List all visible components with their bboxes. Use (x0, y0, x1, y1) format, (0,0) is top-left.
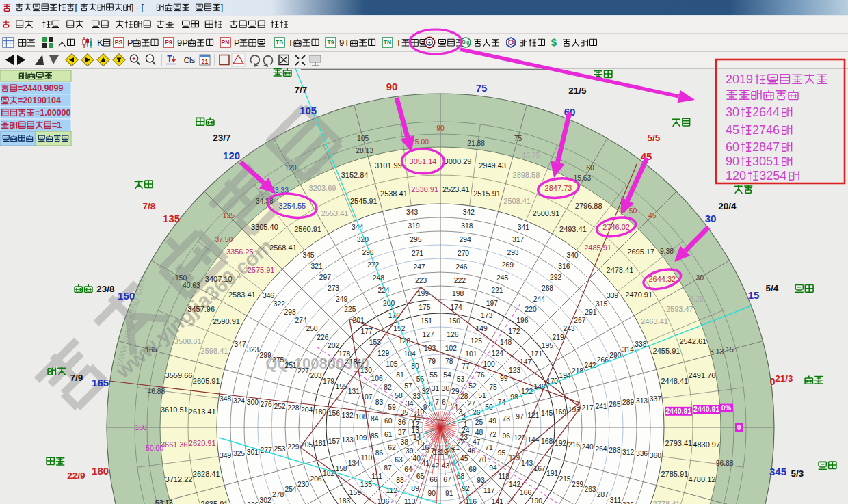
svg-text:3712.22: 3712.22 (165, 475, 193, 483)
svg-text:2560.91: 2560.91 (294, 225, 321, 233)
svg-text:202: 202 (328, 342, 339, 349)
svg-text:271: 271 (412, 250, 423, 257)
svg-text:165: 165 (145, 346, 157, 354)
svg-text:344: 344 (352, 224, 363, 231)
svg-text:2898.58: 2898.58 (513, 171, 540, 179)
svg-text:105: 105 (300, 105, 317, 116)
svg-text:=1.00000: =1.00000 (35, 108, 71, 118)
svg-text:220: 220 (525, 306, 537, 313)
svg-text:343: 343 (406, 209, 418, 216)
svg-text:71: 71 (485, 444, 493, 451)
svg-text:76: 76 (477, 371, 485, 379)
svg-text:2796.88: 2796.88 (575, 202, 602, 210)
svg-text:2628.41: 2628.41 (193, 470, 220, 478)
svg-text:240: 240 (582, 443, 594, 451)
svg-text:15: 15 (748, 289, 760, 301)
svg-text:3559.66: 3559.66 (165, 371, 193, 380)
svg-text:195: 195 (542, 342, 553, 349)
svg-text:7/7: 7/7 (294, 85, 307, 95)
svg-text:3508.81: 3508.81 (174, 337, 202, 345)
svg-text:245: 245 (496, 274, 508, 282)
svg-text:197: 197 (486, 300, 498, 307)
svg-text:312: 312 (622, 449, 634, 456)
svg-text:=1: =1 (52, 120, 62, 130)
svg-text:323: 323 (247, 346, 259, 354)
svg-text:P9: P9 (165, 39, 172, 46)
svg-text:349: 349 (220, 452, 231, 460)
svg-text:50.00: 50.00 (146, 445, 163, 452)
svg-text:Cls: Cls (184, 56, 196, 64)
svg-text:298: 298 (284, 308, 296, 316)
svg-text:292: 292 (550, 274, 561, 281)
svg-text:321: 321 (311, 263, 323, 270)
svg-text:205: 205 (301, 441, 313, 449)
svg-text:291: 291 (585, 308, 596, 316)
svg-text:62: 62 (388, 444, 396, 451)
svg-text:120: 120 (284, 164, 296, 172)
svg-text:2455.91: 2455.91 (653, 347, 680, 355)
svg-text:177: 177 (361, 328, 373, 335)
svg-text:244: 244 (533, 295, 545, 303)
svg-text:=20190104: =20190104 (18, 96, 61, 105)
svg-text:225: 225 (344, 306, 356, 313)
svg-text:191: 191 (546, 470, 558, 477)
svg-text:39: 39 (406, 447, 414, 455)
svg-text:267: 267 (574, 317, 585, 324)
svg-text:275: 275 (272, 356, 284, 364)
svg-text:132: 132 (342, 412, 354, 419)
svg-text:276: 276 (261, 401, 272, 408)
svg-text:300: 300 (247, 399, 259, 406)
svg-text:215: 215 (559, 475, 570, 483)
svg-text:345: 345 (302, 252, 314, 259)
svg-text:2440.91: 2440.91 (665, 407, 691, 415)
svg-text:131: 131 (348, 388, 360, 395)
svg-text:270: 270 (458, 250, 469, 257)
svg-text:273: 273 (328, 284, 339, 292)
svg-text:196: 196 (516, 317, 528, 324)
svg-text:181: 181 (315, 440, 326, 447)
svg-text:150: 150 (449, 317, 460, 325)
svg-text:30: 30 (726, 105, 739, 119)
svg-text:100: 100 (483, 360, 495, 368)
svg-text:K: K (97, 38, 103, 48)
svg-text:145: 145 (541, 410, 553, 417)
svg-text:124: 124 (492, 349, 503, 357)
svg-text:320: 320 (357, 236, 369, 243)
svg-text:110: 110 (361, 454, 373, 462)
svg-text:2440.91: 2440.91 (693, 405, 719, 413)
svg-text:134: 134 (348, 460, 360, 467)
svg-text:57: 57 (404, 382, 412, 390)
svg-text:2613.41: 2613.41 (189, 408, 216, 416)
svg-text:135: 135 (223, 212, 235, 220)
svg-text:239: 239 (572, 481, 583, 488)
svg-text:89: 89 (411, 485, 419, 492)
svg-text:4: 4 (454, 403, 458, 411)
svg-text:90: 90 (386, 81, 398, 92)
svg-text:3610.51: 3610.51 (161, 406, 188, 414)
svg-text:269: 269 (502, 261, 514, 269)
svg-text:2949.43: 2949.43 (479, 161, 506, 170)
svg-text:2644.32: 2644.32 (648, 275, 676, 283)
svg-text:+: + (132, 55, 135, 62)
svg-text:3661.36: 3661.36 (161, 440, 188, 449)
svg-text:2019: 2019 (726, 72, 753, 86)
svg-text:158: 158 (335, 465, 347, 473)
svg-text:95: 95 (498, 449, 506, 457)
svg-text:340: 340 (566, 252, 578, 259)
svg-text:T: T (396, 38, 401, 48)
svg-text:21: 21 (202, 58, 209, 65)
svg-text:154: 154 (349, 358, 361, 366)
svg-text:73: 73 (502, 415, 510, 423)
svg-text:]: ] (221, 3, 223, 12)
svg-text:348: 348 (220, 395, 231, 403)
svg-text:2523.41: 2523.41 (442, 185, 470, 194)
svg-text:47: 47 (473, 438, 481, 446)
svg-text:251: 251 (284, 362, 296, 369)
svg-text:274: 274 (295, 317, 307, 324)
svg-text:Big: Big (462, 40, 470, 45)
svg-text:302: 302 (260, 496, 271, 504)
svg-text:3203.69: 3203.69 (309, 184, 336, 192)
svg-text:45: 45 (460, 455, 468, 462)
svg-text:120: 120 (223, 150, 240, 161)
svg-text:3101.99: 3101.99 (375, 161, 402, 170)
